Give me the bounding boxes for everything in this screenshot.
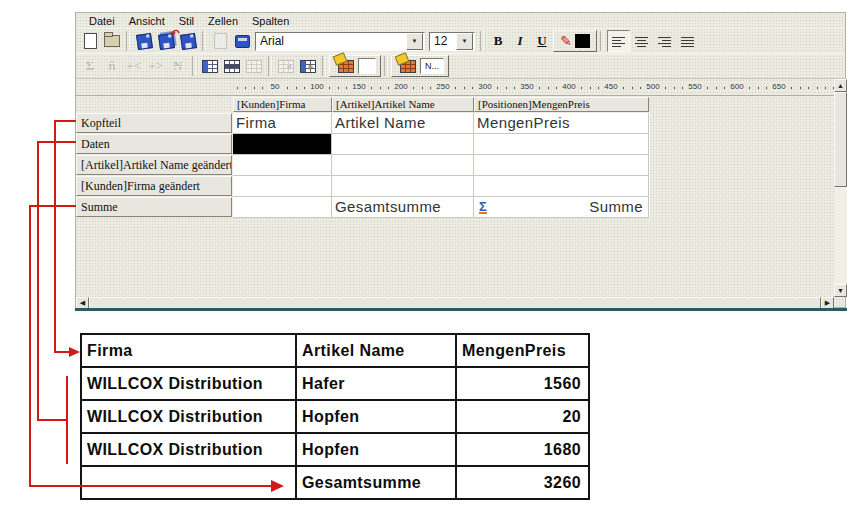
toolbar-separator: [202, 31, 206, 51]
grid-cell-r2c1[interactable]: [332, 155, 474, 176]
sigma-icon: Σ: [86, 58, 95, 74]
grid-cell-r4c2[interactable]: ΣSumme: [474, 197, 649, 218]
open-folder-icon: [104, 35, 120, 47]
align-justify-icon: [681, 36, 694, 47]
toolbar-standard: ↶ Arial ▼ 12 ▼ B I U ✎: [76, 28, 845, 53]
grid-cell-r0c2[interactable]: MengenPreis: [474, 113, 649, 134]
grid-cell-r1c2[interactable]: [474, 134, 649, 155]
menu-zellen[interactable]: Zellen: [201, 15, 245, 27]
ruler-label-200: 200: [392, 82, 409, 92]
grid-cell-r2c2[interactable]: [474, 155, 649, 176]
toolbar-separator: [126, 31, 130, 51]
print-preview-button[interactable]: [209, 30, 231, 52]
prev-button[interactable]: +<: [123, 55, 145, 77]
ruler-label-250: 250: [434, 82, 451, 92]
save-all-button[interactable]: [155, 30, 177, 52]
bold-icon: B: [494, 33, 503, 49]
named-fill-button[interactable]: N...: [391, 55, 449, 77]
font-size-value: 12: [430, 34, 456, 48]
save-button[interactable]: [133, 30, 155, 52]
vertical-scroll-thumb[interactable]: [834, 92, 847, 187]
new-page-icon: [84, 33, 97, 49]
column-header-0[interactable]: [Kunden]Firma: [233, 97, 332, 112]
window-bottom-edge: [75, 308, 847, 311]
chevron-down-icon[interactable]: ▼: [406, 33, 423, 50]
align-left-icon: [612, 36, 625, 47]
grid-cell-r3c2[interactable]: [474, 176, 649, 197]
scroll-up-button[interactable]: ▲: [834, 79, 847, 92]
paint-bucket-icon: [333, 52, 348, 66]
no-name-button[interactable]: N: [167, 55, 189, 77]
table-rows-icon: [224, 60, 240, 73]
row-band-label-0[interactable]: Kopfteil: [76, 113, 232, 133]
italic-button[interactable]: I: [509, 30, 531, 52]
preview-col-header-1: Artikel Name: [296, 334, 456, 367]
grid-view-button[interactable]: [243, 55, 265, 77]
bold-button[interactable]: B: [487, 30, 509, 52]
paint-bucket-icon: [395, 52, 410, 66]
align-center-button[interactable]: [630, 30, 653, 52]
font-name-select[interactable]: Arial ▼: [255, 32, 425, 51]
row-band-label-2[interactable]: [Artikel]Artikel Name geändert: [76, 155, 232, 175]
fill-color-button[interactable]: [329, 55, 381, 77]
column-header-2[interactable]: [Positionen]MengenPreis: [474, 97, 649, 112]
row-view-button[interactable]: [221, 55, 243, 77]
row-band-label-4[interactable]: Summe: [76, 197, 232, 217]
ruler-label-500: 500: [644, 82, 661, 92]
sum-button[interactable]: Σ: [79, 55, 101, 77]
row-band-label-1[interactable]: Daten: [76, 134, 232, 154]
scroll-down-button[interactable]: ▼: [834, 284, 847, 297]
arrowhead-firma: [69, 347, 80, 357]
grid-cell-r4c0[interactable]: [233, 197, 332, 218]
align-right-button[interactable]: [653, 30, 676, 52]
toolbar-separator: [268, 56, 272, 76]
insert-column-left-button[interactable]: ◂: [275, 55, 297, 77]
ruler-label-600: 600: [728, 82, 745, 92]
export-button[interactable]: [231, 30, 253, 52]
column-header-1[interactable]: [Artikel]Artikel Name: [332, 97, 474, 112]
align-left-button[interactable]: [607, 30, 630, 52]
open-button[interactable]: [101, 30, 123, 52]
font-size-select[interactable]: 12 ▼: [429, 32, 475, 51]
column-view-button[interactable]: [199, 55, 221, 77]
table-grid-icon: [246, 60, 262, 73]
design-area[interactable]: FirmaArtikel NameMengenPreisGesamtsummeΣ…: [76, 96, 834, 297]
menu-datei[interactable]: Datei: [82, 15, 122, 27]
field-button[interactable]: ñ: [101, 55, 123, 77]
preview-cell-preis: 1560: [456, 367, 589, 400]
ruler-label-550: 550: [686, 82, 703, 92]
pencil-icon: ✎: [560, 34, 572, 48]
grid-cell-r3c0[interactable]: [233, 176, 332, 197]
save-as-button[interactable]: ↶: [177, 30, 199, 52]
grid-cell-r0c0[interactable]: Firma: [233, 113, 332, 134]
vertical-scrollbar[interactable]: ▲ ▼: [834, 79, 847, 297]
insert-column-right-button[interactable]: ▸: [297, 55, 319, 77]
toolbar-table-tools: Σ ñ +< +> N ◂ ▸ N...: [76, 53, 845, 79]
grid-cell-r3c1[interactable]: [332, 176, 474, 197]
align-justify-button[interactable]: [676, 30, 699, 52]
grid-cell-r1c1[interactable]: [332, 134, 474, 155]
ruler-label-50: 50: [269, 82, 282, 92]
report-designer-window: DateiAnsichtStilZellenSpalten ↶ Arial ▼ …: [75, 12, 846, 308]
font-color-button[interactable]: ✎: [553, 30, 597, 52]
insert-left-icon: ◂: [278, 60, 294, 73]
underline-button[interactable]: U: [531, 30, 553, 52]
menu-spalten[interactable]: Spalten: [245, 15, 296, 27]
menu-bar: DateiAnsichtStilZellenSpalten: [76, 13, 845, 28]
chevron-down-icon[interactable]: ▼: [456, 33, 473, 50]
font-name-value: Arial: [256, 34, 406, 48]
preview-cell-preis: 1680: [456, 433, 589, 466]
grid-cell-r2c0[interactable]: [233, 155, 332, 176]
next-button[interactable]: +>: [145, 55, 167, 77]
grid-cell-r0c1[interactable]: Artikel Name: [332, 113, 474, 134]
menu-ansicht[interactable]: Ansicht: [122, 15, 172, 27]
italic-icon: I: [517, 33, 522, 49]
ruler: 50100150200250300350400450500550600650: [76, 79, 834, 96]
grid-cell-r1c0[interactable]: [233, 134, 332, 155]
grid-cell-r4c1[interactable]: Gesamtsumme: [332, 197, 474, 218]
menu-stil[interactable]: Stil: [172, 15, 201, 27]
row-band-label-3[interactable]: [Kunden]Firma geändert: [76, 176, 232, 196]
insert-right-icon: ▸: [300, 60, 316, 73]
sum-sigma-icon: Σ: [479, 201, 487, 214]
new-document-button[interactable]: [79, 30, 101, 52]
